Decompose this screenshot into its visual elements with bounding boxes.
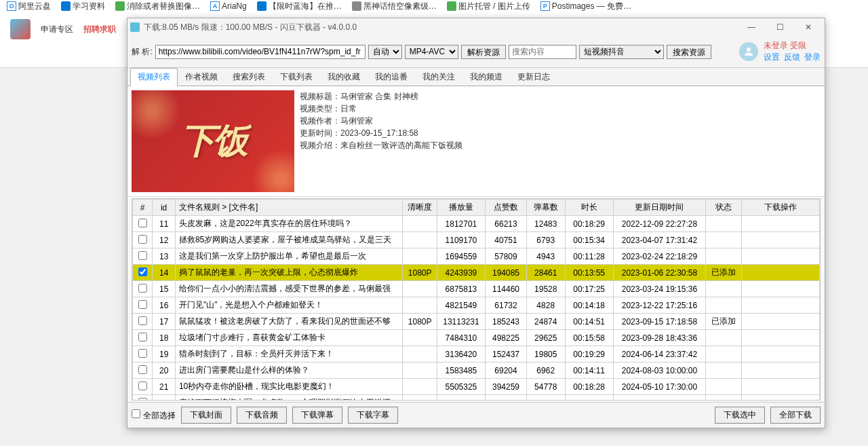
- table-row[interactable]: 11头皮发麻，这是2022年真实存在的居住环境吗？181270166213124…: [133, 216, 820, 232]
- auto-select[interactable]: 自动: [368, 45, 402, 59]
- search-button[interactable]: 搜索资源: [667, 45, 711, 59]
- browser-tab[interactable]: 消除或者替换图像…: [115, 1, 200, 12]
- title-speed: 下载:8.05 MB/s 限速：100.00 MB/S - 闪豆下载器 - v4…: [144, 22, 357, 33]
- col-play[interactable]: 播放量: [437, 200, 485, 216]
- download-selected-button[interactable]: 下载选中: [715, 407, 765, 424]
- row-checkbox[interactable]: [138, 333, 147, 341]
- table-row[interactable]: 12拯救85岁网购达人婆婆家，屋子被堆成菜鸟驿站，又是三天11091704075…: [133, 232, 820, 248]
- user-link[interactable]: 反馈: [784, 52, 800, 63]
- browser-tab[interactable]: O阿里云盘: [7, 1, 51, 12]
- col-res[interactable]: 清晰度: [403, 200, 437, 216]
- tab-item[interactable]: 下载列表: [273, 68, 320, 86]
- video-thumbnail[interactable]: 下饭: [132, 90, 294, 192]
- tabs: 视频列表作者视频搜索列表下载列表我的收藏我的追番我的关注我的频道更新日志: [127, 68, 825, 86]
- table-row[interactable]: 15给你们一点小小的清洁震撼，感受下世界的参差，马俐最强687581311446…: [133, 281, 820, 297]
- col-name[interactable]: 文件名规则 > [文件名]: [175, 200, 403, 216]
- col-dan[interactable]: 弹幕数: [526, 200, 565, 216]
- tab-item[interactable]: 搜索列表: [225, 68, 273, 86]
- row-checkbox[interactable]: [138, 284, 147, 293]
- close-button[interactable]: ✕: [795, 19, 822, 35]
- maximize-button[interactable]: ☐: [766, 19, 793, 35]
- row-checkbox[interactable]: [138, 235, 147, 244]
- favicon-icon: [447, 1, 456, 11]
- col-id[interactable]: id: [153, 200, 176, 216]
- tab-item[interactable]: 我的频道: [462, 68, 510, 86]
- app-window: 下载:8.05 MB/s 限速：100.00 MB/S - 闪豆下载器 - v4…: [127, 18, 825, 428]
- thumb-text: 下饭: [180, 117, 245, 165]
- browser-tab[interactable]: PPostimages — 免费…: [540, 1, 631, 12]
- row-checkbox[interactable]: [138, 267, 147, 276]
- table-row[interactable]: 16开门见"山"，光是想入个户都难如登天！482154961732482800:…: [133, 297, 820, 314]
- tab-item[interactable]: 我的收藏: [320, 68, 368, 86]
- download-cover-button[interactable]: 下载封面: [181, 407, 231, 424]
- col-op[interactable]: 下载操作: [741, 200, 819, 216]
- col-date[interactable]: 更新日期时间: [613, 200, 705, 216]
- download-audio-button[interactable]: 下载音频: [237, 407, 287, 424]
- download-sub-button[interactable]: 下载字幕: [348, 407, 398, 424]
- tab-item[interactable]: 更新日志: [510, 68, 557, 86]
- browser-tab[interactable]: 【限时蓝海】在推…: [257, 1, 342, 12]
- table-row[interactable]: 17鼠鼠猛攻！被这老房破了大防了，看来我们见的世面还不够1080P1311323…: [133, 314, 820, 330]
- footer: 全部选择 下载封面 下载音频 下载弹幕 下载字幕 下载选中 全部下载: [127, 402, 825, 428]
- browser-tab[interactable]: AAriaNg: [210, 1, 247, 11]
- search-input[interactable]: [509, 45, 576, 59]
- row-checkbox[interactable]: [138, 300, 147, 309]
- row-checkbox[interactable]: [138, 365, 147, 374]
- table-row[interactable]: 22鏖战百万级蟑螂大军（非虚数），心理阴影面积比太平洋还282378519677…: [133, 395, 820, 401]
- url-input[interactable]: [155, 45, 366, 59]
- app-icon: [130, 22, 140, 32]
- browser-tab[interactable]: 黑神话悟空像素级…: [352, 1, 437, 12]
- favicon-icon: P: [540, 1, 550, 11]
- user-link[interactable]: 设置: [764, 52, 780, 63]
- video-meta: 视频标题：马俐管家 合集 封神榜 视频类型：日常 视频作者：马俐管家 更新时间：…: [300, 90, 462, 192]
- tab-item[interactable]: 我的关注: [415, 68, 462, 86]
- favicon-icon: [352, 1, 361, 11]
- table-row[interactable]: 13这是我们第一次穿上防护服出单，希望也是最后一次169455957809494…: [133, 248, 820, 265]
- favicon-icon: [115, 1, 125, 11]
- favicon-icon: [61, 1, 71, 11]
- table-row[interactable]: 2110秒内夺走你的卧槽，现实比电影更魔幻！550532539425954778…: [133, 379, 820, 395]
- row-checkbox[interactable]: [138, 219, 147, 227]
- col-like[interactable]: 点赞数: [486, 200, 527, 216]
- parse-label: 解 析:: [132, 46, 153, 58]
- table-row[interactable]: 14捣了鼠鼠的老巢，再一次突破上限，心态彻底爆炸1080P42439391940…: [133, 265, 820, 281]
- tab-item[interactable]: 视频列表: [130, 68, 178, 86]
- favicon-icon: A: [210, 1, 220, 11]
- row-checkbox[interactable]: [138, 251, 147, 260]
- nav-recruit[interactable]: 招聘求职: [83, 24, 116, 35]
- nav-apply[interactable]: 申请专区: [41, 24, 73, 35]
- download-all-button[interactable]: 全部下载: [770, 407, 821, 424]
- search-type-select[interactable]: 短视频抖音: [579, 45, 664, 59]
- titlebar: 下载:8.05 MB/s 限速：100.00 MB/S - 闪豆下载器 - v4…: [127, 18, 825, 36]
- format-select[interactable]: MP4-AVC: [405, 45, 458, 59]
- tab-item[interactable]: 作者视频: [178, 68, 225, 86]
- favicon-icon: [257, 1, 267, 11]
- download-danmu-button[interactable]: 下载弹幕: [292, 407, 342, 424]
- table-row[interactable]: 20进出房门需要爬山是什么样的体验？158348569204696200:14:…: [133, 363, 820, 379]
- info-panel: 下饭 视频标题：马俐管家 合集 封神榜 视频类型：日常 视频作者：马俐管家 更新…: [127, 86, 825, 197]
- col-status[interactable]: 状态: [706, 200, 741, 216]
- browser-tab[interactable]: 学习资料: [61, 1, 105, 12]
- avatar[interactable]: [739, 42, 758, 61]
- browser-tabs[interactable]: O阿里云盘学习资料消除或者替换图像…AAriaNg【限时蓝海】在推…黑神话悟空像…: [0, 0, 868, 12]
- parse-button[interactable]: 解析资源: [461, 45, 506, 59]
- row-checkbox[interactable]: [138, 349, 147, 358]
- select-all-checkbox[interactable]: 全部选择: [132, 409, 176, 422]
- app-logo-icon: [10, 19, 31, 39]
- svg-point-0: [747, 48, 751, 52]
- user-link[interactable]: 登录: [804, 52, 821, 63]
- minimize-button[interactable]: —: [738, 19, 765, 35]
- row-checkbox[interactable]: [138, 316, 147, 325]
- favicon-icon: O: [7, 1, 16, 11]
- col-dur[interactable]: 时长: [565, 200, 613, 216]
- toolbar: 解 析: 自动 MP4-AVC 解析资源 短视频抖音 搜索资源 未登录 受限 设…: [127, 36, 825, 68]
- col-check: #: [133, 200, 153, 216]
- user-status: 未登录 受限: [764, 40, 821, 52]
- browser-tab[interactable]: 图片托管 / 图片上传: [447, 1, 530, 12]
- tab-item[interactable]: 我的追番: [368, 68, 415, 86]
- video-table: # id 文件名规则 > [文件名] 清晰度 播放量 点赞数 弹幕数 时长 更新…: [132, 199, 820, 401]
- table-row[interactable]: 19猎杀时刻到了，目标：全员歼灭并活下来！3136420152437198050…: [133, 346, 820, 363]
- row-checkbox[interactable]: [138, 382, 147, 390]
- table-row[interactable]: 18垃圾堵门寸步难行，喜获黄金矿工体验卡74843104982252962500…: [133, 330, 820, 346]
- row-checkbox[interactable]: [138, 398, 147, 401]
